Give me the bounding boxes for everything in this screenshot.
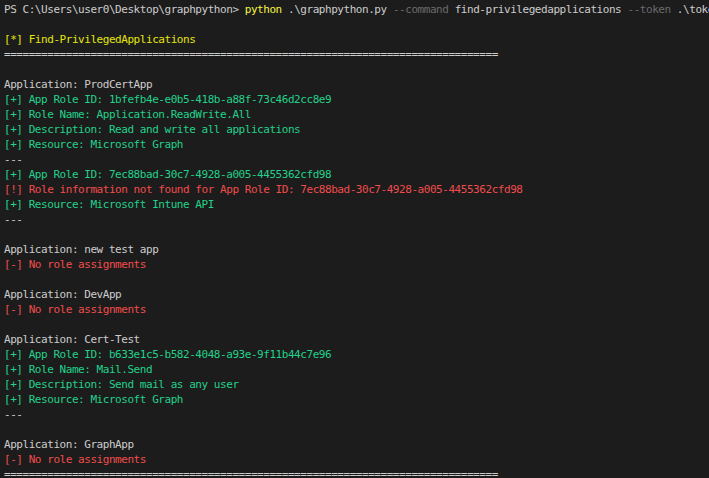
terminal-line: Application: Cert-Test xyxy=(4,332,709,347)
terminal-line: ========================================… xyxy=(4,467,709,478)
terminal-line: [-] No role assignments xyxy=(4,452,709,467)
app-role-id: [+] App Role ID: 7ec88bad-30c7-4928-a005… xyxy=(4,168,331,181)
terminal-line: --- xyxy=(4,212,709,227)
terminal-line xyxy=(4,62,709,77)
terminal-line: [+] Resource: Microsoft Graph xyxy=(4,137,709,152)
terminal-line: Application: DevApp xyxy=(4,287,709,302)
terminal-line: [-] No role assignments xyxy=(4,257,709,272)
terminal-line: [+] Role Name: Mail.Send xyxy=(4,362,709,377)
role-warning: [!] Role information not found for App R… xyxy=(4,183,523,196)
terminal-line: [*] Find-PrivilegedApplications xyxy=(4,32,709,47)
application-name: Application: Cert-Test xyxy=(4,333,140,346)
terminal-line xyxy=(4,317,709,332)
application-name: Application: GraphApp xyxy=(4,438,134,451)
terminal-line: [+] App Role ID: b633e1c5-b582-4048-a93e… xyxy=(4,347,709,362)
role-description: [+] Description: Read and write all appl… xyxy=(4,123,300,136)
terminal-line: PS C:\Users\user0\Desktop\graphpython> p… xyxy=(4,2,709,17)
terminal-line: [+] Description: Send mail as any user xyxy=(4,377,709,392)
application-name: Application: DevApp xyxy=(4,288,121,301)
flag-token: --token xyxy=(627,3,670,16)
shell-prompt: PS C:\Users\user0\Desktop\graphpython> xyxy=(4,3,245,16)
terminal-line: [+] App Role ID: 7ec88bad-30c7-4928-a005… xyxy=(4,167,709,182)
terminal-line: [-] No role assignments xyxy=(4,302,709,317)
token-path: .\token xyxy=(671,3,709,16)
no-role-assignments: [-] No role assignments xyxy=(4,303,146,316)
command-argument: find-privilegedapplications xyxy=(448,3,627,16)
record-divider: --- xyxy=(4,408,23,421)
role-resource: [+] Resource: Microsoft Graph xyxy=(4,393,183,406)
terminal-line: [+] Role Name: Application.ReadWrite.All xyxy=(4,107,709,122)
command-name: python xyxy=(245,3,282,16)
terminal-line: --- xyxy=(4,152,709,167)
terminal-line: ========================================… xyxy=(4,47,709,62)
terminal-line: [+] Description: Read and write all appl… xyxy=(4,122,709,137)
role-name: [+] Role Name: Mail.Send xyxy=(4,363,152,376)
app-role-id: [+] App Role ID: 1bfefb4e-e0b5-418b-a88f… xyxy=(4,93,331,106)
terminal-line: [!] Role information not found for App R… xyxy=(4,182,709,197)
terminal-line: --- xyxy=(4,407,709,422)
separator-line: ========================================… xyxy=(4,468,498,478)
script-path: .\graphpython.py xyxy=(282,3,393,16)
terminal-line: Application: new test app xyxy=(4,242,709,257)
terminal-line xyxy=(4,227,709,242)
terminal-line: [+] App Role ID: 1bfefb4e-e0b5-418b-a88f… xyxy=(4,92,709,107)
terminal-window[interactable]: PS C:\Users\user0\Desktop\graphpython> p… xyxy=(0,0,709,478)
role-name: [+] Role Name: Application.ReadWrite.All xyxy=(4,108,251,121)
terminal-line: [+] Resource: Microsoft Graph xyxy=(4,392,709,407)
terminal-line xyxy=(4,272,709,287)
terminal-line xyxy=(4,422,709,437)
terminal-line: Application: GraphApp xyxy=(4,437,709,452)
flag-command: --command xyxy=(393,3,449,16)
app-role-id: [+] App Role ID: b633e1c5-b582-4048-a93e… xyxy=(4,348,331,361)
terminal-lines: PS C:\Users\user0\Desktop\graphpython> p… xyxy=(4,2,709,478)
terminal-line: Application: ProdCertApp xyxy=(4,77,709,92)
no-role-assignments: [-] No role assignments xyxy=(4,453,146,466)
separator-line: ========================================… xyxy=(4,48,498,61)
role-resource: [+] Resource: Microsoft Intune API xyxy=(4,198,214,211)
terminal-line xyxy=(4,17,709,32)
banner-title: [*] Find-PrivilegedApplications xyxy=(4,33,195,46)
record-divider: --- xyxy=(4,153,23,166)
application-name: Application: ProdCertApp xyxy=(4,78,152,91)
application-name: Application: new test app xyxy=(4,243,158,256)
role-description: [+] Description: Send mail as any user xyxy=(4,378,239,391)
record-divider: --- xyxy=(4,213,23,226)
no-role-assignments: [-] No role assignments xyxy=(4,258,146,271)
role-resource: [+] Resource: Microsoft Graph xyxy=(4,138,183,151)
terminal-line: [+] Resource: Microsoft Intune API xyxy=(4,197,709,212)
